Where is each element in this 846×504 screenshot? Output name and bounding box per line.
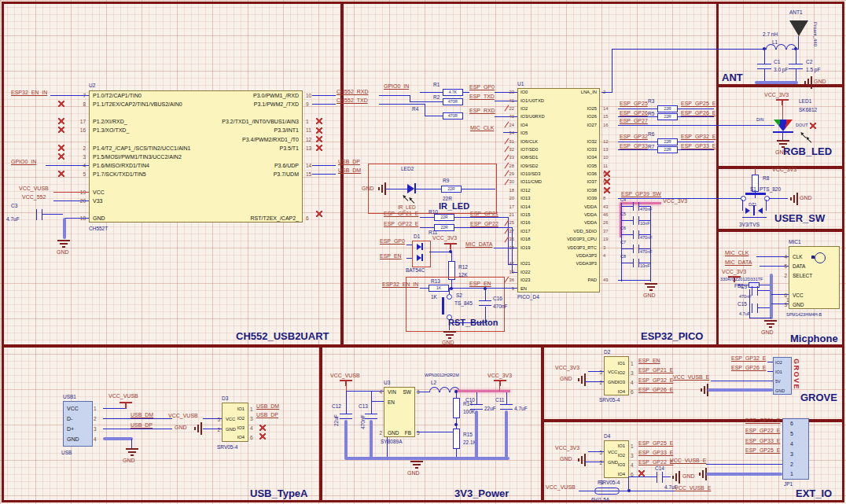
part-value: PICO_D4 bbox=[517, 294, 539, 300]
wire bbox=[475, 410, 478, 458]
gnd-icon bbox=[126, 448, 138, 456]
ref-des: U3 bbox=[384, 380, 390, 385]
ref-des: R4 bbox=[412, 106, 418, 112]
net-label: ESP_GP22 bbox=[470, 221, 498, 227]
pin-row: 46VDDA bbox=[517, 211, 600, 219]
wire bbox=[463, 92, 469, 93]
resistor[interactable]: 22R bbox=[657, 105, 678, 112]
capacitor-icon[interactable] bbox=[752, 286, 758, 296]
part-value: SK6812 bbox=[799, 107, 817, 112]
wire bbox=[344, 457, 509, 460]
wire bbox=[203, 429, 222, 429]
pin-row: 1P3.2/TXD1_/INT0/VBUS1/AIN3 bbox=[89, 117, 303, 126]
pin-row: 3IO2 bbox=[604, 368, 629, 377]
resistor[interactable] bbox=[453, 398, 460, 418]
ref-des: C15 bbox=[737, 301, 747, 307]
pin-row: 43VDDA bbox=[517, 202, 600, 210]
connector-pin-rows: 654321 bbox=[782, 418, 809, 479]
no-connect-icon bbox=[604, 187, 610, 193]
net-label: ESP_RXD bbox=[469, 108, 495, 114]
rgb-led-icon[interactable] bbox=[774, 120, 793, 131]
wire bbox=[798, 36, 799, 50]
wire bbox=[749, 289, 750, 318]
pin-row bbox=[89, 152, 303, 160]
diode-bar bbox=[421, 243, 423, 250]
capacitor-icon[interactable] bbox=[470, 404, 483, 410]
resistor[interactable]: 4.7K bbox=[443, 89, 463, 96]
resistor[interactable]: 470R bbox=[443, 112, 463, 120]
capacitor-icon[interactable] bbox=[36, 209, 42, 220]
part-value: 1.5 pF bbox=[806, 67, 820, 72]
no-connect-icon bbox=[58, 153, 64, 160]
ref-des: R9 bbox=[443, 178, 449, 183]
chip-pin-rows: 1IO13IO24IO36IO4 bbox=[604, 359, 629, 396]
net-label: ESP_GP27 bbox=[620, 118, 648, 124]
pin-row: 1IO1 bbox=[604, 359, 629, 368]
capacitor-icon[interactable] bbox=[365, 414, 377, 419]
resistor[interactable]: 22R bbox=[657, 138, 678, 145]
block-title-rgb: RGB_LED bbox=[783, 145, 832, 157]
resistor[interactable]: 22R bbox=[657, 113, 678, 120]
wire bbox=[663, 476, 671, 477]
capacitor-icon[interactable] bbox=[752, 304, 758, 313]
wire bbox=[585, 462, 604, 462]
power-label: VCC_VUSB bbox=[168, 413, 198, 419]
gnd-label: GND bbox=[560, 376, 572, 382]
capacitor-icon[interactable] bbox=[479, 300, 491, 306]
net-label: ESP_GP32_E bbox=[638, 377, 673, 384]
gnd-icon bbox=[578, 454, 586, 466]
resistor[interactable]: 22R bbox=[434, 214, 454, 221]
wire bbox=[585, 381, 604, 382]
wire bbox=[53, 192, 89, 193]
resistor[interactable] bbox=[453, 429, 460, 449]
chip-pin-rows: 1IO13IO24IO36IO4 bbox=[604, 441, 629, 479]
pin-row: 5V bbox=[773, 377, 792, 386]
pin-row: VCC1 bbox=[63, 403, 93, 413]
fuse-icon[interactable] bbox=[594, 487, 620, 495]
antenna-icon[interactable] bbox=[789, 20, 808, 36]
net-label: ESP_EN bbox=[380, 253, 402, 259]
power-label: VCC_3V3 bbox=[555, 365, 579, 371]
capacitor-icon[interactable] bbox=[500, 404, 513, 410]
led-icon[interactable] bbox=[407, 184, 414, 193]
resistor[interactable]: 22R bbox=[657, 146, 678, 153]
capacitor-icon[interactable] bbox=[757, 64, 771, 69]
pin-row: 3IO2 bbox=[222, 414, 248, 423]
pin-row: 13IO33 bbox=[517, 145, 600, 153]
part-value: CH552T bbox=[89, 226, 108, 231]
no-connect-icon bbox=[58, 101, 64, 107]
tvs-diode-icon[interactable] bbox=[745, 208, 750, 214]
net-label: ESP_EN bbox=[638, 358, 660, 364]
ref-des: MIC1 bbox=[789, 239, 801, 245]
wire bbox=[601, 92, 612, 93]
pin-number: 1 bbox=[786, 297, 789, 303]
button-terminal[interactable] bbox=[447, 294, 452, 300]
wire bbox=[782, 102, 783, 120]
resistor[interactable]: 22R bbox=[441, 186, 462, 193]
wire bbox=[103, 418, 172, 419]
pin-row: 3 bbox=[782, 448, 809, 458]
power-label: VCC_3V3 bbox=[555, 445, 579, 451]
wire bbox=[766, 200, 767, 211]
pin-row bbox=[789, 281, 840, 290]
ref-des: C10 bbox=[465, 397, 475, 403]
pin-row: 3GND bbox=[789, 300, 840, 309]
net-label: USB_DP bbox=[131, 422, 153, 429]
capacitor-icon[interactable] bbox=[789, 64, 803, 69]
resistor[interactable]: 470R bbox=[443, 98, 463, 105]
capacitor[interactable]: C810nF bbox=[621, 256, 650, 270]
capacitor-icon[interactable] bbox=[340, 414, 352, 419]
gnd-icon bbox=[410, 461, 423, 469]
net-label: ESP_GP22_E bbox=[638, 459, 673, 465]
ref-des: D4 bbox=[604, 433, 610, 439]
wire bbox=[46, 165, 89, 166]
resistor[interactable]: 22R bbox=[434, 224, 454, 231]
part-value: SY8089A bbox=[381, 439, 402, 444]
resistor[interactable]: 1K bbox=[429, 285, 449, 292]
wire bbox=[769, 198, 788, 199]
wire bbox=[612, 49, 766, 50]
tvs-diode-icon[interactable] bbox=[758, 208, 763, 214]
net-label: VCC_VUSB_E bbox=[675, 485, 711, 491]
wire bbox=[420, 92, 443, 93]
capacitor-icon[interactable] bbox=[657, 472, 663, 483]
